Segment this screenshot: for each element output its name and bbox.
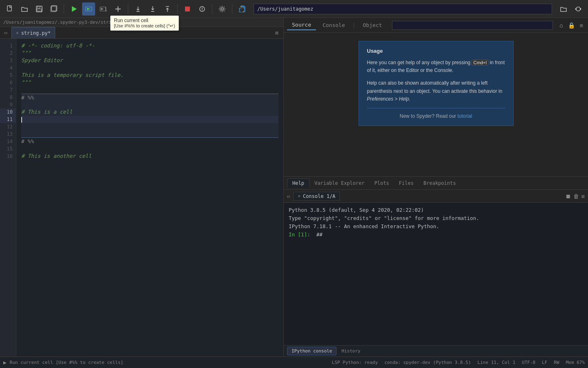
tab-history[interactable]: History — [337, 347, 364, 355]
usage-para2: Help can also be shown automatically aft… — [367, 79, 505, 103]
new-file-button[interactable] — [3, 2, 16, 16]
status-line-ending[interactable]: LF — [542, 360, 547, 365]
path-input[interactable] — [254, 4, 552, 14]
code-line-13 — [21, 130, 278, 138]
code-line-3: Spyder Editor — [21, 57, 278, 64]
line-num-2: 2 — [0, 49, 16, 57]
save-all-button[interactable] — [47, 2, 60, 16]
status-conda[interactable]: conda: spyder-dev (Python 3.8.5) — [384, 360, 471, 365]
line-num-15: 15 — [0, 145, 16, 153]
tab-plots[interactable]: Plots — [370, 179, 394, 188]
status-lsp[interactable]: LSP Python: ready — [332, 360, 378, 365]
status-position[interactable]: Line 11, Col 1 — [477, 360, 515, 365]
tab-files[interactable]: Files — [394, 179, 419, 188]
tab-source[interactable]: Source — [287, 20, 316, 30]
line-num-7: 7 — [0, 86, 16, 94]
help-header: Source Console | Object ⌂ 🔒 ≡ — [284, 18, 588, 33]
status-bar: ▶ Run current cell [Use #%% to create ce… — [0, 357, 588, 368]
code-line-9 — [21, 101, 278, 108]
code-line-1: # -*- coding: utf-8 -*- — [21, 42, 278, 49]
code-content[interactable]: # -*- coding: utf-8 -*- """ Spyder Edito… — [16, 39, 283, 357]
tab-variable-explorer[interactable]: Variable Explorer — [310, 179, 370, 188]
toolbar-sep-1 — [64, 4, 64, 14]
status-message: Run current cell [Use #%% to create cell… — [10, 360, 123, 365]
console-menu-icon[interactable]: ≡ — [581, 193, 585, 200]
console-content[interactable]: Python 3.8.5 (default, Sep 4 2020, 02:22… — [284, 203, 588, 345]
help-content: Usage Here you can get help of any objec… — [284, 33, 588, 176]
code-line-15 — [21, 145, 278, 153]
usage-footer: New to Spyder? Read our tutorial — [367, 113, 505, 119]
line-num-16: 16 — [0, 153, 16, 160]
run-button[interactable] — [67, 2, 80, 16]
lock-icon[interactable]: 🔒 — [566, 21, 577, 29]
debug-button[interactable] — [196, 2, 209, 16]
tab-label: string.py* — [21, 30, 51, 36]
console-minimize-button[interactable]: ▭ — [287, 193, 290, 199]
open-directory-button[interactable] — [557, 2, 570, 16]
console-header-icons: ⏹ 🗑 ≡ — [565, 193, 585, 200]
tab-breakpoints[interactable]: Breakpoints — [419, 179, 461, 188]
console-tab-1[interactable]: ✕ Console 1/A — [293, 192, 340, 201]
menu-icon[interactable]: ≡ — [578, 21, 585, 29]
step-into-button[interactable] — [131, 2, 145, 16]
tab-menu-button[interactable]: ≡ — [272, 29, 282, 36]
run-cell-advance-button[interactable] — [97, 2, 110, 16]
editor-tab-string-py[interactable]: ✕ string.py* — [11, 27, 55, 38]
svg-marker-18 — [575, 8, 576, 10]
kbd-cmd-i: Cmd+I — [472, 60, 488, 65]
code-line-12 — [21, 123, 278, 130]
cursor-position-button[interactable] — [111, 2, 125, 16]
console-trash-icon[interactable]: 🗑 — [573, 193, 579, 200]
svg-rect-12 — [185, 7, 190, 11]
stop-button[interactable] — [181, 2, 194, 16]
svg-rect-0 — [7, 6, 11, 11]
python-button[interactable] — [236, 2, 249, 16]
line-num-1: 1 — [0, 42, 16, 49]
svg-point-14 — [221, 8, 223, 10]
help-search-input[interactable] — [392, 21, 553, 30]
tab-help[interactable]: Help — [287, 178, 310, 188]
tools-button[interactable] — [216, 2, 229, 16]
svg-marker-6 — [72, 6, 77, 12]
step-out-button[interactable] — [161, 2, 174, 16]
tutorial-link[interactable]: tutorial — [457, 113, 472, 119]
home-icon[interactable]: ⌂ — [558, 21, 564, 29]
toolbar-sep-5 — [232, 4, 232, 14]
status-left: ▶ Run current cell [Use #%% to create ce… — [3, 359, 325, 366]
status-run-icon: ▶ — [3, 359, 7, 366]
help-bottom-tabs: Help Variable Explorer Plots Files Break… — [284, 176, 588, 189]
usage-box: Usage Here you can get help of any objec… — [359, 41, 514, 126]
console-input: ## — [316, 231, 323, 238]
line-num-13: 13 — [0, 130, 16, 138]
step-over-button[interactable] — [146, 2, 159, 16]
line-num-5: 5 — [0, 72, 16, 79]
open-file-button[interactable] — [18, 2, 31, 16]
console-line-ipython: IPython 7.18.1 -- An enhanced Interactiv… — [289, 222, 583, 231]
toolbar: Run current cell [Use #%% to create cell… — [0, 0, 588, 18]
console-prompt: In [1]: — [289, 231, 313, 238]
tab-object[interactable]: Object — [358, 20, 387, 30]
run-cell-button[interactable] — [82, 2, 95, 16]
tab-ipython-console[interactable]: IPython console — [287, 347, 336, 355]
line-num-14: 14 — [0, 138, 16, 145]
sync-button[interactable] — [572, 2, 585, 16]
code-line-5: This is a temporary script file. — [21, 72, 278, 79]
tab-close-button[interactable]: ✕ — [16, 30, 19, 36]
cursor — [21, 117, 22, 123]
help-pane: Source Console | Object ⌂ 🔒 ≡ Usage Here… — [284, 18, 588, 190]
editor-minimize-button[interactable]: ▭ — [2, 29, 10, 37]
status-encoding[interactable]: UTF-8 — [522, 360, 535, 365]
status-memory[interactable]: Mem 67% — [566, 360, 585, 365]
save-file-button[interactable] — [33, 2, 46, 16]
tooltip-line1: Run current cell — [114, 18, 175, 23]
svg-marker-8 — [87, 8, 90, 10]
console-tab-label: Console 1/A — [303, 193, 335, 199]
status-right: LSP Python: ready conda: spyder-dev (Pyt… — [332, 360, 585, 365]
tab-console[interactable]: Console — [318, 20, 350, 30]
console-line-1: Python 3.8.5 (default, Sep 4 2020, 02:22… — [289, 206, 583, 214]
code-line-10: # This is a cell — [21, 108, 278, 116]
console-tab-close[interactable]: ✕ — [298, 193, 301, 199]
code-area: 1 2 3 4 5 6 7 8 9 10 11 12 13 14 15 16 #… — [0, 39, 283, 357]
status-mode[interactable]: RW — [554, 360, 559, 365]
console-stop-icon[interactable]: ⏹ — [565, 193, 571, 200]
